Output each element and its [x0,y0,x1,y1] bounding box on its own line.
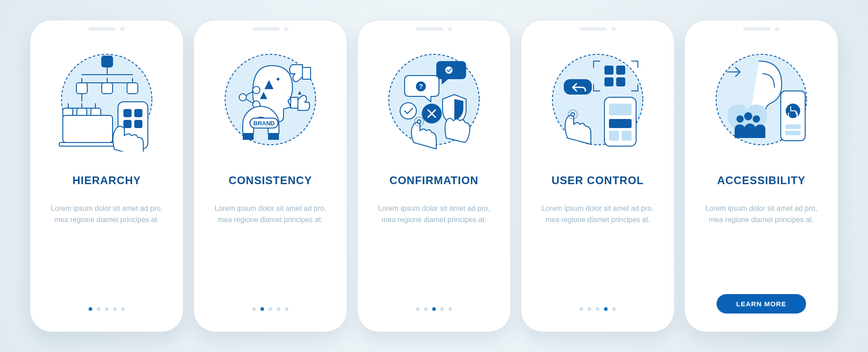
dot-1[interactable] [588,307,591,311]
onboarding-row: HIERARCHY Lorem ipsum dolor sit amet ad … [30,20,838,332]
dot-1[interactable] [97,307,100,311]
dot-2[interactable] [432,307,436,311]
svg-rect-54 [785,131,801,135]
svg-rect-10 [59,143,116,146]
dot-4[interactable] [448,307,452,311]
dot-2[interactable] [596,307,599,311]
consistency-icon: BRAND [218,48,322,152]
screen-title: CONSISTENCY [229,174,312,187]
svg-rect-38 [616,66,625,75]
svg-point-57 [753,115,760,123]
dot-0[interactable] [252,307,256,311]
dot-2[interactable] [269,307,272,311]
svg-rect-3 [76,83,87,94]
phone-notch [89,27,125,31]
dot-3[interactable] [113,307,117,311]
svg-point-56 [744,112,752,120]
svg-point-19 [239,94,246,101]
screen-desc: Lorem ipsum dolor sit amet ad pro, mea r… [375,203,493,226]
onboarding-screen-consistency: BRAND CONSISTENCY Lorem ipsum dolor sit … [193,20,347,332]
svg-rect-5 [127,83,138,94]
svg-point-31 [400,103,416,119]
svg-rect-39 [604,77,613,86]
page-dots[interactable] [416,307,452,314]
screen-desc: Lorem ipsum dolor sit amet ad pro, mea r… [703,203,820,226]
dot-1[interactable] [260,307,264,311]
page-dots[interactable] [89,307,125,314]
screen-desc: Lorem ipsum dolor sit amet ad pro, mea r… [539,203,656,226]
svg-rect-9 [63,115,113,143]
svg-rect-37 [604,66,613,75]
svg-point-28 [445,67,453,74]
phone-notch [416,27,452,31]
onboarding-screen-hierarchy: HIERARCHY Lorem ipsum dolor sit amet ad … [30,20,184,332]
svg-point-18 [277,78,279,81]
accessibility-icon [709,48,813,152]
svg-rect-14 [123,120,132,128]
svg-rect-13 [134,109,142,117]
svg-rect-45 [609,104,632,115]
onboarding-screen-user-control: USER CONTROL Lorem ipsum dolor sit amet … [521,20,675,332]
phone-notch [252,27,288,31]
svg-point-20 [253,86,260,94]
phone-notch [743,27,779,31]
svg-rect-12 [123,109,132,117]
svg-rect-47 [609,131,619,141]
confirmation-icon: ? [382,48,486,152]
dot-3[interactable] [277,307,280,311]
dot-0[interactable] [416,307,420,311]
hierarchy-icon [55,48,159,152]
onboarding-screen-confirmation: ? CONFIRMATION Lorem ipsum dolor sit ame… [357,20,511,332]
screen-title: ACCESSIBILITY [717,174,806,187]
screen-desc: Lorem ipsum dolor sit amet ad pro, mea r… [48,203,165,226]
dot-2[interactable] [105,307,108,311]
page-dots[interactable] [580,307,616,314]
screen-title: HIERARCHY [72,174,141,187]
svg-rect-2 [101,56,113,67]
screen-title: USER CONTROL [552,174,644,187]
svg-rect-53 [785,124,801,129]
svg-rect-48 [622,131,632,141]
dot-0[interactable] [580,307,583,311]
svg-rect-46 [609,119,632,128]
onboarding-screen-accessibility: ACCESSIBILITY Lorem ipsum dolor sit amet… [684,20,838,332]
dot-4[interactable] [121,307,125,311]
dot-3[interactable] [440,307,444,311]
phone-notch [580,27,616,31]
svg-text:?: ? [419,82,423,90]
screen-desc: Lorem ipsum dolor sit amet ad pro, mea r… [212,203,329,226]
svg-rect-23 [268,133,279,140]
svg-rect-22 [243,133,254,140]
svg-rect-40 [616,77,625,86]
svg-rect-4 [102,83,113,94]
dot-0[interactable] [89,307,92,311]
svg-point-55 [736,115,744,123]
dot-4[interactable] [612,307,616,311]
user-control-icon [546,48,650,152]
dot-1[interactable] [424,307,428,311]
dot-3[interactable] [604,307,608,311]
page-dots[interactable] [252,307,288,314]
svg-text:BRAND: BRAND [254,120,275,127]
learn-more-button[interactable]: LEARN MORE [717,294,807,314]
screen-title: CONFIRMATION [390,174,479,187]
svg-rect-15 [134,120,142,128]
dot-4[interactable] [285,307,288,311]
